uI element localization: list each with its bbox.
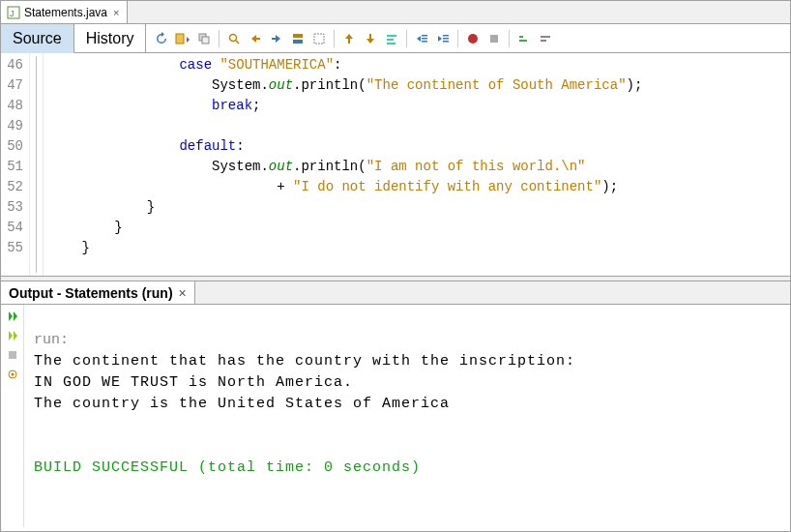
output-tab-bar: Output - Statements (run) ×: [1, 281, 790, 305]
line-number: 53: [5, 197, 23, 218]
line-number: 52: [5, 177, 23, 197]
output-text[interactable]: run: The continent that has the country …: [24, 305, 585, 527]
code-line[interactable]: System.out.println("I am not of this wor…: [49, 157, 642, 177]
code-line[interactable]: System.out.println("The continent of Sou…: [49, 75, 642, 96]
svg-rect-24: [541, 40, 546, 42]
replace-icon[interactable]: [288, 29, 308, 48]
svg-rect-14: [422, 38, 427, 40]
output-panel: run: The continent that has the country …: [1, 305, 790, 527]
svg-rect-12: [387, 43, 396, 44]
refresh-icon[interactable]: [152, 29, 171, 48]
line-number: 49: [5, 116, 23, 136]
code-line[interactable]: }: [49, 238, 642, 258]
svg-text:J: J: [10, 9, 15, 18]
svg-rect-4: [202, 37, 209, 44]
svg-rect-8: [293, 40, 303, 44]
svg-rect-2: [176, 34, 184, 44]
paste-dropdown-icon[interactable]: [173, 29, 192, 48]
uncomment-icon[interactable]: [536, 29, 555, 48]
output-build-status: BUILD SUCCESSFUL (total time: 0 seconds): [34, 459, 421, 476]
tab-history[interactable]: History: [74, 24, 147, 52]
close-icon[interactable]: ×: [179, 285, 187, 301]
toolbar-separator: [509, 30, 510, 47]
svg-rect-21: [519, 36, 523, 38]
svg-point-19: [468, 34, 478, 44]
code-line[interactable]: [49, 116, 642, 136]
svg-rect-20: [490, 35, 498, 43]
editor-subtab-bar: Source History: [1, 24, 790, 53]
reformat-icon[interactable]: [382, 29, 401, 48]
output-line: The continent that has the country with …: [34, 353, 575, 369]
comment-icon[interactable]: [514, 29, 534, 48]
shift-up-icon[interactable]: [339, 29, 359, 48]
stop-output-icon[interactable]: [5, 347, 20, 363]
find-next-icon[interactable]: [267, 29, 286, 48]
line-number: 48: [5, 96, 23, 116]
line-number: 54: [5, 218, 23, 238]
svg-rect-9: [314, 34, 324, 44]
settings-output-icon[interactable]: [5, 367, 20, 382]
close-icon[interactable]: ×: [111, 7, 121, 18]
output-gutter: [1, 305, 24, 527]
svg-rect-11: [387, 39, 394, 41]
find-icon[interactable]: [224, 29, 244, 48]
toolbar-separator: [406, 30, 407, 47]
rerun-icon[interactable]: [5, 309, 20, 324]
code-line[interactable]: }: [49, 197, 642, 218]
svg-rect-15: [422, 41, 427, 43]
file-tab-label: Statements.java: [24, 6, 107, 19]
svg-rect-23: [541, 36, 550, 38]
svg-rect-22: [519, 40, 527, 42]
svg-rect-10: [387, 35, 396, 37]
svg-line-6: [236, 41, 239, 44]
select-icon[interactable]: [309, 29, 329, 48]
toolbar-separator: [219, 30, 220, 47]
find-prev-icon[interactable]: [246, 29, 265, 48]
code-line[interactable]: break;: [49, 96, 642, 116]
svg-rect-18: [443, 41, 449, 43]
svg-rect-17: [443, 38, 449, 40]
file-tab-statements[interactable]: J Statements.java ×: [1, 1, 128, 23]
toolbar-separator: [334, 30, 335, 47]
svg-point-5: [230, 34, 237, 41]
code-line[interactable]: case "SOUTHAMERICA":: [49, 55, 642, 75]
svg-point-27: [11, 373, 14, 376]
line-number: 50: [5, 136, 23, 157]
line-number: 51: [5, 157, 23, 177]
file-tab-bar: J Statements.java ×: [1, 1, 790, 24]
code-line[interactable]: default:: [49, 136, 642, 157]
editor-toolbar: [146, 24, 561, 52]
tab-source[interactable]: Source: [1, 24, 74, 53]
indent-left-icon[interactable]: [412, 29, 431, 48]
duplicate-icon[interactable]: [194, 29, 214, 48]
line-number: 55: [5, 238, 23, 258]
code-content[interactable]: case "SOUTHAMERICA": System.out.println(…: [44, 53, 642, 276]
output-line: IN GOD WE TRUST is North America.: [34, 374, 353, 391]
svg-rect-16: [443, 35, 449, 37]
record-icon[interactable]: [463, 29, 483, 48]
output-tab[interactable]: Output - Statements (run) ×: [1, 281, 195, 304]
line-number: 47: [5, 75, 23, 96]
output-tab-label: Output - Statements (run): [9, 285, 173, 301]
svg-rect-13: [422, 35, 427, 37]
stop-icon[interactable]: [484, 29, 504, 48]
code-line[interactable]: + "I do not identify with any continent"…: [49, 177, 642, 197]
code-editor[interactable]: 46474849505152535455 case "SOUTHAMERICA"…: [1, 53, 790, 276]
shift-down-icon[interactable]: [361, 29, 380, 48]
output-line: The country is the United States of Amer…: [34, 396, 450, 412]
toolbar-separator: [457, 30, 458, 47]
output-line: run:: [34, 332, 69, 348]
rerun-alt-icon[interactable]: [5, 328, 20, 343]
svg-rect-25: [9, 351, 16, 359]
indent-right-icon[interactable]: [433, 29, 453, 48]
code-line[interactable]: }: [49, 218, 642, 238]
svg-rect-7: [293, 34, 303, 38]
java-file-icon: J: [7, 6, 20, 19]
line-number: 46: [5, 55, 23, 75]
line-number-gutter: 46474849505152535455: [1, 53, 30, 276]
fold-column: [30, 53, 44, 276]
